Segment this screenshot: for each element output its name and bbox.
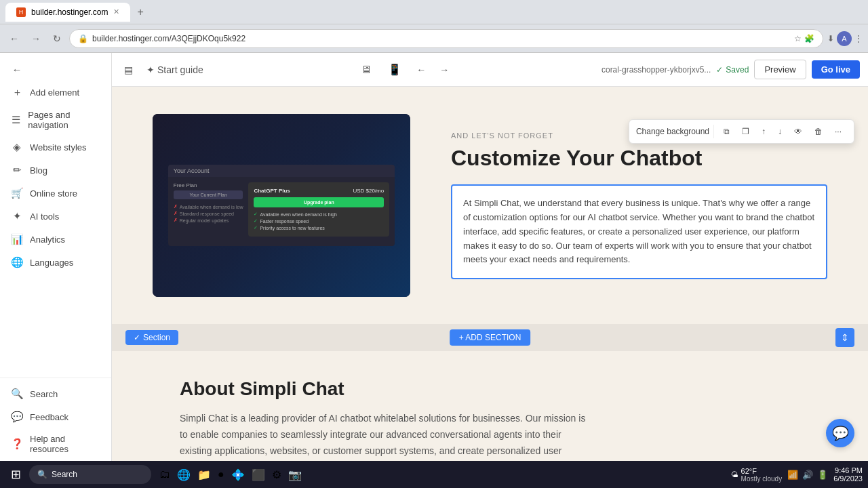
new-tab-button[interactable]: + bbox=[133, 5, 147, 20]
section-tag[interactable]: ✓ Section bbox=[125, 330, 178, 345]
address-bar-row: ← → ↻ 🔒 builder.hostinger.com/A3QEjjDKOq… bbox=[0, 24, 868, 53]
mock-account-body: Free Plan Your Current Plan ✗ Available … bbox=[168, 177, 395, 246]
taskbar-app-terminal[interactable]: ⬛ bbox=[249, 466, 268, 484]
desktop-view-button[interactable]: 🖥 bbox=[355, 60, 377, 79]
move-up-icon: ↑ bbox=[762, 127, 766, 136]
check-section-icon: ✓ bbox=[134, 333, 140, 342]
sidebar-item-label: Online store bbox=[30, 188, 77, 199]
site-name-label: coral-grasshopper-ykborjxv5... bbox=[601, 65, 711, 75]
section-expand-controls[interactable]: ⇕ bbox=[835, 328, 854, 347]
app-layout: ← ＋ Add element ☰ Pages and navigation ◈… bbox=[0, 53, 868, 488]
sidebar-item-label: Help and resources bbox=[30, 434, 100, 454]
taskbar-search-label: Search bbox=[52, 470, 77, 479]
mobile-view-button[interactable]: 📱 bbox=[382, 60, 407, 79]
tab-close-btn[interactable]: ✕ bbox=[113, 7, 119, 16]
about-title: About Simpli Chat bbox=[180, 378, 800, 400]
back-button[interactable]: ← bbox=[5, 30, 23, 47]
toolbar-center: 🖥 📱 ← → bbox=[214, 60, 595, 79]
lock-icon: 🔒 bbox=[78, 34, 88, 43]
add-section-button[interactable]: + ADD SECTION bbox=[450, 329, 531, 346]
star-icon[interactable]: ☆ bbox=[794, 34, 802, 43]
taskbar-app-files[interactable]: 📁 bbox=[195, 466, 214, 484]
mock-account-header: Your Account bbox=[168, 165, 395, 177]
change-background-label[interactable]: Change background bbox=[636, 127, 709, 136]
sidebar-item-feedback[interactable]: 💬 Feedback bbox=[0, 405, 111, 428]
add-element-icon: ＋ bbox=[11, 86, 23, 99]
taskbar-app-edge[interactable]: 🌐 bbox=[174, 466, 193, 484]
start-guide-button[interactable]: ✦ Start guide bbox=[142, 62, 208, 78]
trash-icon: 🗑 bbox=[814, 127, 823, 136]
move-down-icon: ↓ bbox=[778, 127, 782, 136]
battery-icon[interactable]: 🔋 bbox=[817, 470, 828, 480]
hide-button[interactable]: 👁 bbox=[789, 124, 808, 139]
section-title: Customize Your Chatbot bbox=[451, 145, 827, 171]
taskbar-right: 🌤 62°F Mostly cloudy 📶 🔊 🔋 9:46 PM 6/9/2… bbox=[731, 466, 863, 483]
move-down-button[interactable]: ↓ bbox=[772, 124, 787, 139]
pages-icon: ☰ bbox=[11, 114, 21, 126]
network-icon[interactable]: 📶 bbox=[787, 470, 798, 480]
preview-button[interactable]: Preview bbox=[754, 60, 806, 79]
go-live-button[interactable]: Go live bbox=[812, 60, 860, 79]
context-menu: Change background ⧉ ❐ ↑ ↓ 👁 🗑 bbox=[629, 119, 854, 144]
profile-icon[interactable]: A bbox=[837, 31, 852, 46]
copy-button[interactable]: ⧉ bbox=[718, 124, 735, 139]
chatgpt-screenshot: Your Account Free Plan Your Current Plan bbox=[153, 114, 410, 297]
move-up-button[interactable]: ↑ bbox=[756, 124, 771, 139]
sidebar-item-ai-tools[interactable]: ✦ AI tools bbox=[0, 205, 111, 228]
styles-icon: ◈ bbox=[11, 141, 23, 153]
taskbar-app-camera[interactable]: 📷 bbox=[285, 466, 304, 484]
sidebar-item-blog[interactable]: ✏ Blog bbox=[0, 159, 111, 182]
more-options-button[interactable]: ··· bbox=[829, 124, 847, 139]
sidebar-item-store[interactable]: 🛒 Online store bbox=[0, 182, 111, 205]
ctx-divider bbox=[713, 125, 714, 138]
address-bar[interactable]: 🔒 builder.hostinger.com/A3QEjjDKOqu5k922… bbox=[69, 29, 823, 48]
taskbar-app-settings[interactable]: ⚙ bbox=[269, 466, 284, 484]
sidebar-item-help[interactable]: ❓ Help and resources bbox=[0, 428, 111, 460]
sidebar-item-label: Languages bbox=[30, 258, 73, 268]
sidebar-item-styles[interactable]: ◈ Website styles bbox=[0, 136, 111, 159]
windows-start-button[interactable]: ⊞ bbox=[5, 464, 26, 485]
chatgpt-mock-ui: Your Account Free Plan Your Current Plan bbox=[153, 114, 410, 297]
duplicate-button[interactable]: ❐ bbox=[736, 124, 755, 139]
sidebar-toggle-button[interactable]: ▤ bbox=[120, 62, 137, 78]
settings-dots[interactable]: ⋮ bbox=[854, 34, 863, 43]
sidebar-item-search[interactable]: 🔍 Search bbox=[0, 382, 111, 405]
chat-bubble-button[interactable]: 💬 bbox=[826, 419, 854, 447]
sidebar-item-pages[interactable]: ☰ Pages and navigation bbox=[0, 104, 111, 136]
volume-icon[interactable]: 🔊 bbox=[802, 470, 813, 480]
sidebar-divider bbox=[0, 378, 111, 378]
sidebar-item-label: Pages and navigation bbox=[28, 110, 100, 130]
reload-button[interactable]: ↻ bbox=[49, 30, 65, 47]
right-content: AND LET'S NOT FORGET Customize Your Chat… bbox=[451, 131, 827, 279]
section-bar: ✓ Section + ADD SECTION ⇕ bbox=[112, 324, 868, 351]
taskbar-search[interactable]: 🔍 Search bbox=[29, 465, 151, 484]
forward-button[interactable]: → bbox=[27, 30, 45, 47]
sidebar-item-languages[interactable]: 🌐 Languages bbox=[0, 251, 111, 274]
sidebar-item-add-element[interactable]: ＋ Add element bbox=[0, 81, 111, 104]
toolbar-right: coral-grasshopper-ykborjxv5... ✓ Saved P… bbox=[601, 60, 860, 79]
tab-favicon: H bbox=[16, 7, 26, 17]
redo-button[interactable]: → bbox=[435, 60, 453, 79]
sidebar-item-label: Add element bbox=[30, 87, 79, 98]
sidebar-item-analytics[interactable]: 📊 Analytics bbox=[0, 228, 111, 251]
expand-icon: ⇕ bbox=[841, 332, 849, 343]
sidebar-item-back[interactable]: ← bbox=[0, 58, 111, 81]
taskbar-app-chrome[interactable]: ● bbox=[215, 466, 227, 484]
eye-icon: 👁 bbox=[794, 127, 802, 136]
extensions-icon[interactable]: 🧩 bbox=[804, 34, 814, 43]
delete-button[interactable]: 🗑 bbox=[809, 124, 828, 139]
temperature-label: 62°F bbox=[741, 467, 783, 475]
weather-desc: Mostly cloudy bbox=[741, 475, 783, 483]
taskbar-app-windows[interactable]: 🗂 bbox=[157, 466, 173, 484]
sidebar-item-label: Search bbox=[30, 389, 58, 399]
active-tab[interactable]: H builder.hostinger.com ✕ bbox=[5, 3, 130, 22]
weather-icon: 🌤 bbox=[731, 470, 738, 479]
profile-avatar: A bbox=[837, 31, 852, 46]
download-icon[interactable]: ⬇ bbox=[827, 34, 834, 43]
undo-button[interactable]: ← bbox=[412, 60, 430, 79]
section-body-text[interactable]: At Simpli Chat, we understand that every… bbox=[451, 184, 827, 279]
taskbar-search-icon: 🔍 bbox=[37, 470, 47, 479]
browser-tabs: H builder.hostinger.com ✕ + bbox=[5, 3, 148, 22]
taskbar-app-vscode[interactable]: 💠 bbox=[229, 466, 248, 484]
tab-title: builder.hostinger.com bbox=[31, 7, 108, 17]
